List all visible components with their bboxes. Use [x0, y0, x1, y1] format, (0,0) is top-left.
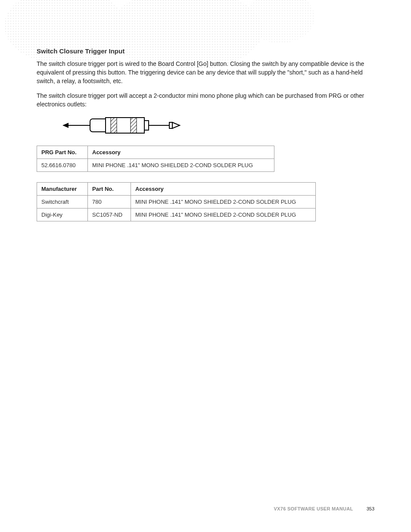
t2-r1c0: Digi-Key — [37, 208, 88, 221]
page-footer: VX76 SOFTWARE USER MANUAL 353 — [274, 506, 374, 511]
t2-r0c0: Switchcraft — [37, 196, 88, 208]
phone-plug-diagram — [62, 115, 374, 138]
paragraph-1: The switch closure trigger port is wired… — [37, 60, 374, 86]
page-number: 353 — [367, 506, 374, 511]
svg-rect-10 — [111, 118, 117, 133]
t2-r1c2: MINI PHONE .141" MONO SHIELDED 2-COND SO… — [131, 208, 316, 221]
prg-part-table: PRG Part No. Accessory 52.6616.0780 MINI… — [37, 146, 274, 172]
svg-rect-14 — [169, 122, 172, 128]
t2-r1c1: SC1057-ND — [88, 208, 131, 221]
paragraph-2: The switch closure trigger port will acc… — [37, 92, 374, 109]
t1-r0c1: MINI PHONE .141" MONO SHIELDED 2-COND SO… — [88, 159, 274, 172]
manufacturer-table: Manufacturer Part No. Accessory Switchcr… — [37, 182, 316, 221]
svg-marker-8 — [62, 123, 68, 128]
t1-h1: PRG Part No. — [37, 146, 88, 159]
section-heading: Switch Closure Trigger Input — [37, 47, 374, 55]
manual-title: VX76 SOFTWARE USER MANUAL — [274, 506, 353, 511]
svg-rect-12 — [144, 121, 149, 130]
t2-h1: Manufacturer — [37, 183, 88, 196]
t2-r0c2: MINI PHONE .141" MONO SHIELDED 2-COND SO… — [131, 196, 316, 208]
t2-h2: Part No. — [88, 183, 131, 196]
table-row: 52.6616.0780 MINI PHONE .141" MONO SHIEL… — [37, 159, 274, 172]
t1-r0c0: 52.6616.0780 — [37, 159, 88, 172]
t2-h3: Accessory — [131, 183, 316, 196]
svg-rect-11 — [131, 118, 137, 133]
t1-h2: Accessory — [88, 146, 274, 159]
svg-marker-15 — [172, 122, 180, 128]
table-row: Digi-Key SC1057-ND MINI PHONE .141" MONO… — [37, 208, 316, 221]
table-row: Switchcraft 780 MINI PHONE .141" MONO SH… — [37, 196, 316, 208]
t2-r0c1: 780 — [88, 196, 131, 208]
